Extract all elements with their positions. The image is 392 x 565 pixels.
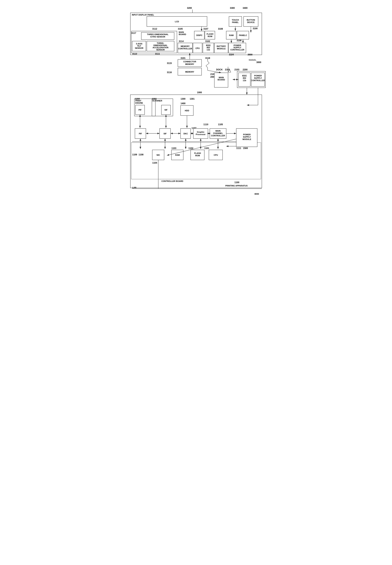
- battery-label: BATTERY: [217, 45, 226, 47]
- diagram-container: text { font-family: Arial, sans-serif; f…: [125, 4, 267, 205]
- dispc-label: DISPC: [196, 34, 202, 36]
- label-8000: 8000: [254, 193, 259, 195]
- hdd-label: HDD: [185, 109, 189, 112]
- gyro-label: THREE-DIMENSIONAL: [147, 33, 168, 35]
- lcd-label: LCD: [175, 20, 179, 23]
- label-3111: 3111: [155, 52, 160, 55]
- tilt-label2: TILT: [137, 45, 141, 47]
- memory-label: MEMORY: [185, 71, 194, 73]
- tilt-label3: SENSOR: [135, 47, 143, 49]
- label-1100: 1100: [234, 181, 239, 184]
- printing-apparatus-label: PRINTING APPARATUS: [225, 185, 248, 187]
- label-1110: 1110: [203, 123, 208, 126]
- label-3105: 3105: [178, 28, 183, 30]
- architecture-diagram: text { font-family: Arial, sans-serif; f…: [125, 4, 267, 205]
- ieee-2-label3: 11b: [243, 79, 246, 82]
- print-engine-label2: ENGINE: [135, 102, 143, 104]
- label-3300: 3300: [230, 7, 235, 9]
- label-1101: 1101: [204, 147, 209, 149]
- mem-ctrl-label: MEMORY: [181, 45, 190, 47]
- label-1108: 1108: [139, 153, 143, 156]
- label-3104: 3104: [229, 53, 234, 56]
- psm-label: POWER: [243, 134, 251, 136]
- mcc-label3: CONTROLLER: [211, 134, 225, 137]
- ieee-2-label: IEEE: [242, 74, 247, 77]
- accel-label4: SENSOR: [156, 49, 165, 51]
- controller-board-label: CONTROLLER BOARD: [161, 180, 183, 182]
- svg-line-26: [208, 61, 209, 63]
- main-board-2-label2: BOARD: [217, 79, 225, 81]
- label-3112: 3112: [152, 28, 157, 30]
- label-2103: 2103: [234, 68, 239, 71]
- main-board-label2: BOARD: [179, 33, 186, 35]
- button-device-label: BUTTON: [247, 19, 255, 21]
- label-3102: 3102: [205, 40, 210, 43]
- psc-2-label: POWER: [254, 74, 262, 77]
- input-display-panel-label: INPUT DISPLAY PANEL: [132, 14, 154, 16]
- psc-2-label2: SUPPLY: [254, 77, 262, 79]
- mcc-label: MAIN: [215, 130, 220, 132]
- dock-label: DOCK: [216, 68, 223, 71]
- mem-ctrl-label2: CONTROLLER: [178, 47, 192, 50]
- label-3106: 3106: [237, 39, 241, 42]
- svg-line-27: [206, 63, 209, 66]
- label-3500: 3500: [248, 53, 252, 56]
- nic-label: NIC: [156, 154, 160, 156]
- label-2200: 2200: [243, 68, 248, 71]
- touch-panel-label2: PANEL: [232, 21, 239, 23]
- connector-label2: MEMORY: [185, 63, 194, 65]
- svg-line-28: [206, 66, 208, 68]
- flash-rom-3-label2: ROM: [208, 35, 212, 37]
- gyro-label2: GYRO SENSOR: [150, 36, 165, 38]
- button-device-label2: DEVICE: [247, 21, 254, 23]
- ieee-3-label3: 11b: [207, 49, 210, 51]
- psc-3-label3: CONTROLLER: [230, 49, 244, 51]
- label-3107: 3107: [203, 28, 208, 30]
- svg-rect-43: [131, 143, 261, 179]
- battery-label2: MODULE: [217, 47, 226, 50]
- label-1111: 1111: [236, 147, 241, 149]
- psc-3-label: POWER: [234, 44, 241, 46]
- psm-label3: MODULE: [242, 138, 251, 140]
- psm-label2: SUPPLY: [243, 136, 251, 138]
- pif-bottom-label: PIF: [139, 133, 142, 135]
- flash-rom-1-label2: ROM: [195, 154, 200, 157]
- label-1104: 1104: [152, 162, 157, 164]
- label-1500: 1500: [243, 147, 248, 149]
- connector-label: CONNECTOR: [183, 60, 196, 63]
- label-1109: 1109: [132, 153, 137, 156]
- gp-label: Graphic: [197, 131, 205, 133]
- main-board-label: MAIN: [179, 31, 184, 33]
- ieee-2-label2: 802: [243, 77, 246, 79]
- print-engine-label: PRINT: [135, 100, 141, 102]
- sif-top-label: SIF: [164, 109, 168, 111]
- label-1000: 1000: [197, 91, 202, 94]
- main-board-2-label: MAIN: [219, 76, 224, 79]
- psc-2-label3: CONTROLLER: [251, 79, 265, 82]
- label-3108: 3108: [218, 28, 223, 30]
- panelc-label: PANELC: [239, 34, 247, 36]
- label-3000: 3000: [256, 61, 261, 64]
- lan-label: LAN: [132, 186, 136, 189]
- label-3115: 3115: [167, 62, 172, 64]
- label-1105: 1105: [218, 123, 223, 126]
- touch-panel-label: TOUCH: [232, 19, 239, 21]
- accel-label: THREE-: [157, 42, 164, 44]
- label-1103: 1103: [171, 147, 176, 149]
- label-3117: 3117: [131, 32, 136, 34]
- cpu-1-label: CPU: [214, 154, 218, 156]
- label-1102: 1102: [188, 147, 193, 149]
- ieee-3-label: IEEE: [206, 44, 210, 46]
- sif-bottom-label: SIF: [163, 133, 167, 135]
- label-3100: 3100: [253, 27, 258, 30]
- flash-rom-3-label: FLASH: [207, 33, 213, 35]
- gp-label2: Processor: [196, 133, 206, 135]
- pif-top-label: PIF: [138, 109, 141, 111]
- scanner-label: SCANNER: [152, 100, 162, 102]
- dkc-label: DKC: [183, 133, 188, 135]
- psc-3-label2: SUPPLY: [233, 46, 241, 49]
- label-3101: 3101: [181, 57, 185, 59]
- label-1301: 1301: [190, 98, 195, 100]
- label-3114: 3114: [179, 40, 184, 43]
- label-1400: 1400: [181, 102, 185, 105]
